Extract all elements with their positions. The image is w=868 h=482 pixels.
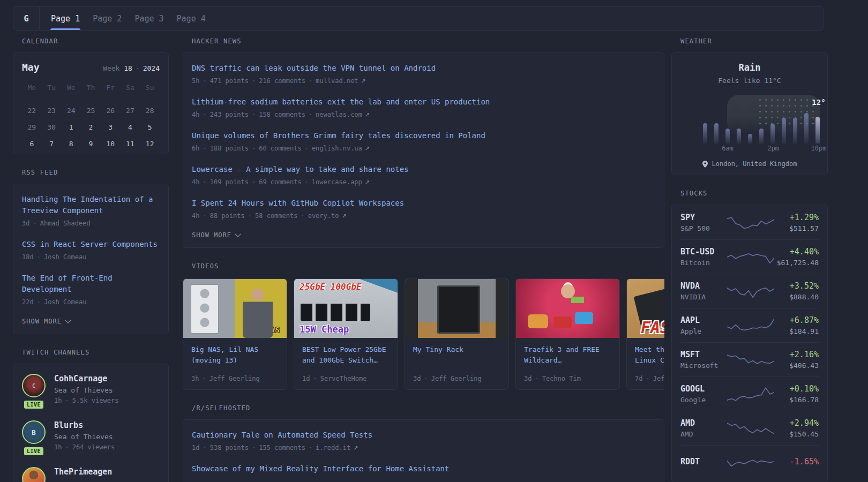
video-title-line2[interactable]: (moving 13) (191, 355, 279, 366)
thumbnail-text: 25GbE 100GbE (300, 282, 394, 292)
video-thumbnail[interactable]: FAS (627, 279, 664, 338)
video-meta: 1d·ServeTheHome (302, 375, 390, 382)
avatar[interactable] (22, 467, 46, 482)
news-item-title[interactable]: Lowercase – A simple way to take and sha… (192, 164, 655, 175)
video-thumbnail[interactable] (516, 279, 619, 338)
video-title[interactable]: Traefik 3 and FREE (524, 344, 611, 355)
item-domain-link[interactable]: mullvad.net↗ (316, 77, 366, 85)
stock-row[interactable]: BTC-USD Bitcoin +4.40% $61,725.48 (680, 239, 819, 274)
video-thumbnail[interactable]: LIL NAS (183, 279, 287, 338)
video-card[interactable]: LIL NAS Big NAS, Lil NAS (moving 13) 3h·… (183, 278, 287, 390)
video-title-line2[interactable]: Wildcard… (524, 355, 611, 366)
page-tab[interactable]: Page 2 (93, 7, 122, 30)
item-comments[interactable]: 58 comments (255, 212, 297, 220)
item-domain-link[interactable]: every.to↗ (308, 212, 347, 220)
channel-name[interactable]: CohhCarnage (54, 374, 118, 383)
item-comments[interactable]: 155 comments (259, 444, 305, 451)
video-thumbnail[interactable]: 25GbE 100GbE 15W Cheap (294, 279, 398, 338)
video-title[interactable]: My Tiny Rack (413, 344, 500, 355)
app-logo[interactable]: G (13, 7, 40, 30)
item-domain: lowercase.app (312, 178, 362, 186)
video-title[interactable]: Meet the (635, 344, 664, 355)
news-item-title[interactable]: Unique volumes of Brothers Grimm fairy t… (192, 130, 655, 141)
rss-item: The End of Front-End Development 22d·Jos… (22, 273, 160, 306)
video-meta: 3d·Jeff Geerling (413, 375, 500, 382)
stock-id: SPY S&P 500 (680, 213, 727, 232)
rss-show-more[interactable]: SHOW MORE (22, 318, 160, 325)
news-item-meta: 4h·109 points·69 comments·lowercase.app↗ (192, 178, 655, 186)
channel-name[interactable]: Blurbs (54, 420, 115, 430)
stock-row[interactable]: GOOGL Google +0.10% $166.78 (680, 376, 819, 411)
video-channel: ServeTheHome (320, 375, 367, 382)
twitch-avatar-wrap: B LIVE (22, 420, 46, 451)
twitch-channel-row[interactable]: C LIVE CohhCarnage Sea of Thieves 1h·5.5… (22, 374, 160, 404)
page-tab[interactable]: Page 1 (51, 7, 80, 30)
calendar-day: 26 (101, 102, 121, 119)
item-domain-link[interactable]: lowercase.app↗ (312, 178, 370, 186)
item-comments[interactable]: 158 comments (259, 111, 305, 118)
calendar-day: 2 (81, 119, 101, 135)
dot-separator: · (313, 375, 317, 382)
external-link-icon: ↗ (353, 445, 358, 451)
channel-name[interactable]: ThePrimeagen (54, 467, 112, 477)
reddit-item-title[interactable]: Cautionary Tale on Automated Speed Tests (192, 430, 655, 441)
video-title[interactable]: BEST Low Power 25GbE (302, 344, 390, 355)
twitch-channel-row[interactable]: B LIVE Blurbs Sea of Thieves 1h·264 view… (22, 420, 160, 451)
weather-bar (815, 117, 820, 144)
reddit-item-title[interactable]: Showcase of my Mixed Reality Interface f… (192, 463, 655, 475)
reddit-header: /R/SELFHOSTED (192, 405, 664, 412)
news-item-title[interactable]: DNS traffic can leak outside the VPN tun… (192, 63, 655, 74)
rss-item-title[interactable]: CSS in React Server Components (22, 239, 160, 250)
avatar-letter (23, 468, 44, 482)
video-title-line2[interactable]: and 100GbE Switch… (302, 355, 390, 366)
news-item-title[interactable]: Lithium-free sodium batteries exit the l… (192, 96, 655, 108)
live-badge: LIVE (24, 401, 43, 409)
video-card[interactable]: FAS Meet the Linux Clu 7d·Jeff Geerling (626, 278, 664, 390)
chevron-down-icon (235, 231, 241, 237)
page-tab[interactable]: Page 3 (134, 7, 163, 30)
dot-separator: · (535, 375, 538, 382)
rss-item-title[interactable]: The End of Front-End Development (22, 273, 160, 295)
weather-axis-label: 10pm (811, 145, 827, 152)
stock-row[interactable]: AAPL Apple +6.87% $184.91 (680, 308, 819, 342)
rss-item-title[interactable]: Handling The Indentation of a Treeview C… (22, 194, 160, 216)
thumbnail-text: 15W Cheap (300, 324, 349, 335)
video-age: 3d (413, 375, 421, 382)
stock-row[interactable]: MSFT Microsoft +2.16% $406.43 (680, 342, 819, 376)
video-age: 1d (302, 375, 310, 382)
video-thumbnail[interactable] (405, 279, 508, 338)
page-tab[interactable]: Page 4 (177, 7, 206, 30)
item-domain-link[interactable]: english.nv.ua↗ (312, 145, 370, 152)
news-item-title[interactable]: I Spent 24 Hours with GitHub Copilot Wor… (192, 198, 655, 209)
video-card[interactable]: My Tiny Rack 3d·Jeff Geerling (405, 278, 509, 390)
stock-row[interactable]: NVDA NVIDIA +3.52% $888.40 (680, 274, 819, 308)
avatar[interactable]: B (22, 420, 46, 444)
twitch-channel-row[interactable]: LIVE ThePrimeagen (22, 467, 160, 482)
stock-row[interactable]: RDDT -1.65% (680, 445, 819, 478)
avatar[interactable]: C (22, 374, 46, 397)
calendar-day-grid: 222324252627282930123456789101112 (22, 102, 160, 152)
stock-name: AMD (680, 430, 727, 438)
video-card[interactable]: 25GbE 100GbE 15W Cheap BEST Low Power 25… (294, 278, 398, 390)
location-pin-icon (702, 161, 708, 168)
dot-separator: · (252, 178, 256, 186)
hackernews-show-more[interactable]: SHOW MORE (192, 231, 655, 239)
item-domain-link[interactable]: newatlas.com↗ (316, 111, 370, 118)
stock-row[interactable]: AMD AMD +2.94% $150.45 (680, 411, 819, 445)
item-domain-link[interactable]: i.redd.it↗ (316, 444, 358, 451)
item-comments[interactable]: 60 comments (259, 145, 301, 152)
stock-id: MSFT Microsoft (680, 350, 727, 370)
stock-values: +4.40% $61,725.48 (774, 247, 819, 267)
item-age: 1d (192, 444, 199, 451)
video-title[interactable]: Big NAS, Lil NAS (191, 344, 279, 355)
video-card[interactable]: Traefik 3 and FREE Wildcard… 3d·Techno T… (515, 278, 620, 390)
stock-symbol: AMD (680, 418, 727, 428)
item-comments[interactable]: 216 comments (259, 77, 305, 85)
rss-widget: RSS FEED Handling The Indentation of a T… (13, 169, 169, 334)
news-item: Lithium-free sodium batteries exit the l… (192, 96, 655, 118)
item-comments[interactable]: 69 comments (259, 178, 301, 186)
stock-row[interactable]: SPY S&P 500 +1.29% $511.57 (680, 206, 819, 239)
weather-location: London, United Kingdom (672, 160, 827, 168)
videos-carousel[interactable]: LIL NAS Big NAS, Lil NAS (moving 13) 3h·… (183, 278, 664, 390)
video-title-line2[interactable]: Linux Clu (635, 355, 664, 366)
